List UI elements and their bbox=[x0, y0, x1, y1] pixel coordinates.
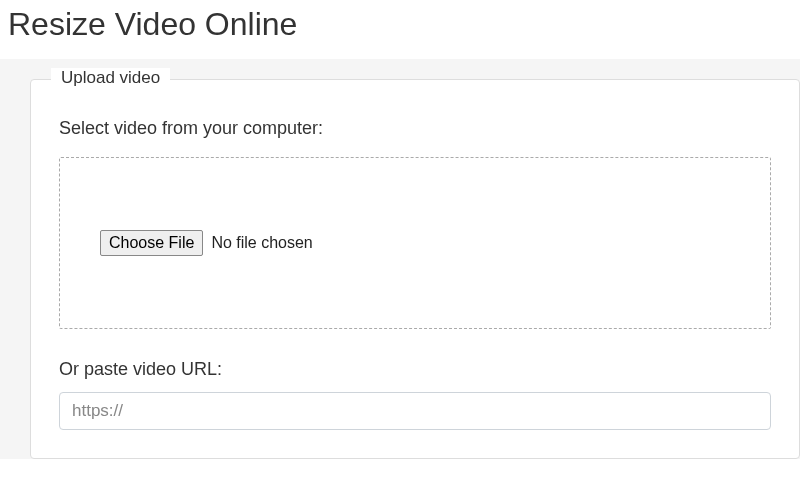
choose-file-button[interactable]: Choose File bbox=[100, 230, 203, 256]
main-panel: Upload video Select video from your comp… bbox=[0, 59, 800, 459]
page-title: Resize Video Online bbox=[0, 0, 800, 59]
file-dropzone[interactable]: Choose File No file chosen bbox=[59, 157, 771, 329]
upload-fieldset: Upload video Select video from your comp… bbox=[30, 79, 800, 459]
upload-legend: Upload video bbox=[51, 68, 170, 88]
video-url-input[interactable] bbox=[59, 392, 771, 430]
file-status-text: No file chosen bbox=[211, 234, 312, 252]
url-label: Or paste video URL: bbox=[59, 359, 771, 380]
select-video-label: Select video from your computer: bbox=[59, 118, 771, 139]
file-picker: Choose File No file chosen bbox=[100, 230, 770, 256]
